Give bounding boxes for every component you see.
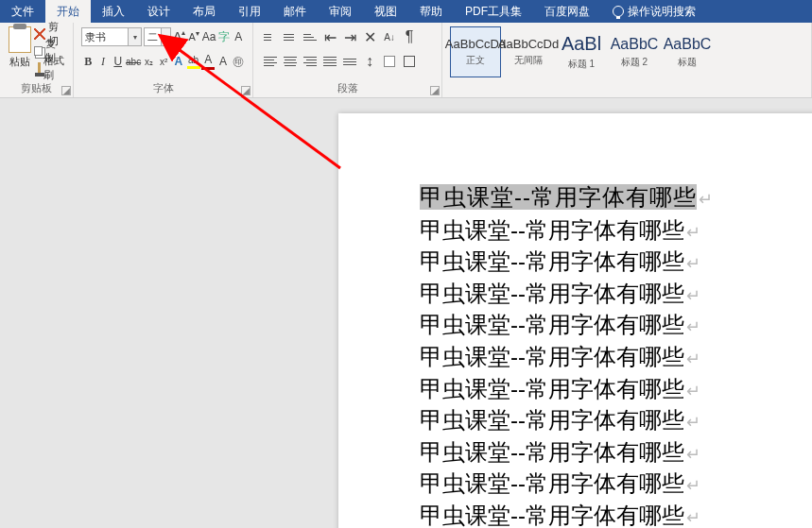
tab-design[interactable]: 设计 xyxy=(136,0,181,23)
tab-review[interactable]: 审阅 xyxy=(318,0,363,23)
paste-icon xyxy=(9,26,31,53)
doc-line-2[interactable]: 甲虫课堂--常用字体有哪些↵ xyxy=(420,246,812,278)
multilevel-button[interactable] xyxy=(301,27,320,46)
style-item-0[interactable]: AaBbCcDd正文 xyxy=(450,26,501,77)
style-item-3[interactable]: AaBbC标题 2 xyxy=(609,26,660,77)
style-name: 标题 2 xyxy=(621,56,648,69)
highlight-button[interactable]: ab xyxy=(186,52,200,71)
paste-label: 粘贴 xyxy=(9,55,30,69)
document-page[interactable]: 甲虫课堂--常用字体有哪些↵甲虫课堂--常用字体有哪些↵甲虫课堂--常用字体有哪… xyxy=(338,113,812,528)
tab-help[interactable]: 帮助 xyxy=(408,0,454,23)
style-name: 标题 xyxy=(678,56,697,69)
sort-button[interactable]: A↓ xyxy=(380,27,399,46)
align-center-button[interactable] xyxy=(281,52,300,71)
doc-line-3[interactable]: 甲虫课堂--常用字体有哪些↵ xyxy=(420,278,812,310)
change-case-button[interactable]: Aa xyxy=(202,27,216,46)
borders-button[interactable] xyxy=(400,52,419,71)
font-name-dropdown-icon[interactable]: ▾ xyxy=(128,28,141,45)
style-item-4[interactable]: AaBbC标题 xyxy=(662,26,713,77)
align-right-button[interactable] xyxy=(301,52,320,71)
strikethrough-button[interactable]: abc xyxy=(126,52,141,71)
decrease-indent-button[interactable]: ⇤ xyxy=(320,27,339,46)
asian-layout-button[interactable]: ✕ xyxy=(360,27,379,46)
numbering-button[interactable] xyxy=(281,27,300,46)
ribbon: 粘贴 剪切 复制 格式刷 剪贴板 ◢ 隶书 xyxy=(0,23,812,98)
doc-line-8[interactable]: 甲虫课堂--常用字体有哪些↵ xyxy=(420,436,812,468)
tab-view[interactable]: 视图 xyxy=(363,0,408,23)
doc-line-10[interactable]: 甲虫课堂--常用字体有哪些↵ xyxy=(420,500,812,528)
workspace: 甲虫课堂--常用字体有哪些↵甲虫课堂--常用字体有哪些↵甲虫课堂--常用字体有哪… xyxy=(0,121,812,528)
font-group-label: 字体 xyxy=(81,79,245,95)
format-painter-button[interactable]: 格式刷 xyxy=(34,60,65,76)
font-name-value: 隶书 xyxy=(85,30,106,44)
tab-layout[interactable]: 布局 xyxy=(181,0,227,23)
style-item-1[interactable]: AaBbCcDd无间隔 xyxy=(503,26,554,77)
font-color-button[interactable]: A xyxy=(201,52,216,71)
doc-line-0[interactable]: 甲虫课堂--常用字体有哪些↵ xyxy=(420,181,812,214)
doc-line-5[interactable]: 甲虫课堂--常用字体有哪些↵ xyxy=(420,341,812,373)
subscript-button[interactable]: x₂ xyxy=(142,52,156,71)
doc-line-9[interactable]: 甲虫课堂--常用字体有哪些↵ xyxy=(420,468,812,500)
tell-me[interactable]: 操作说明搜索 xyxy=(601,0,707,23)
enclose-char-button[interactable]: ㊞ xyxy=(231,52,245,71)
group-font: 隶书 ▾ 二 ▾ A▴ A▾ Aa 字 A B I U abc x₂ x² A … xyxy=(74,23,253,97)
style-preview: AaBbCcDd xyxy=(445,37,506,51)
cut-icon xyxy=(34,28,45,40)
paragraph-mark-icon: ↵ xyxy=(686,254,700,273)
superscript-button[interactable]: x² xyxy=(157,52,171,71)
doc-line-7[interactable]: 甲虫课堂--常用字体有哪些↵ xyxy=(420,404,812,436)
ribbon-tabs: 文件 开始 插入 设计 布局 引用 邮件 审阅 视图 帮助 PDF工具集 百度网… xyxy=(0,0,812,23)
phonetic-guide-button[interactable]: 字 xyxy=(217,27,230,46)
align-left-button[interactable] xyxy=(261,52,280,71)
line-spacing-button[interactable]: ↕ xyxy=(360,52,379,71)
group-paragraph: ⇤ ⇥ ✕ A↓ ¶ ↕ 段落 ◢ xyxy=(253,23,442,97)
style-name: 无间隔 xyxy=(514,54,543,67)
tab-insert[interactable]: 插入 xyxy=(91,0,136,23)
paragraph-group-label: 段落 xyxy=(261,79,434,95)
show-marks-button[interactable]: ¶ xyxy=(400,27,419,46)
underline-button[interactable]: U xyxy=(111,52,125,71)
distributed-button[interactable] xyxy=(340,52,359,71)
grow-font-button[interactable]: A▴ xyxy=(173,27,185,46)
char-border-button[interactable]: A xyxy=(233,27,245,46)
shading-button[interactable] xyxy=(380,52,399,71)
doc-line-6[interactable]: 甲虫课堂--常用字体有哪些↵ xyxy=(420,373,812,405)
style-preview: AaBbCcDd xyxy=(498,37,559,51)
bullets-button[interactable] xyxy=(261,27,280,46)
paragraph-mark-icon: ↵ xyxy=(686,476,700,495)
paragraph-mark-icon: ↵ xyxy=(686,508,700,527)
font-size-combo[interactable]: 二 ▾ xyxy=(144,27,171,46)
tab-baidu[interactable]: 百度网盘 xyxy=(533,0,601,23)
style-name: 标题 1 xyxy=(568,58,595,71)
increase-indent-button[interactable]: ⇥ xyxy=(340,27,359,46)
clipboard-dialog-launcher[interactable]: ◢ xyxy=(61,86,71,95)
font-size-value: 二 xyxy=(147,30,158,44)
italic-button[interactable]: I xyxy=(96,52,111,71)
font-name-combo[interactable]: 隶书 ▾ xyxy=(81,27,142,46)
paragraph-dialog-launcher[interactable]: ◢ xyxy=(430,86,440,95)
style-item-2[interactable]: AaBl标题 1 xyxy=(556,26,607,77)
font-dialog-launcher[interactable]: ◢ xyxy=(241,86,251,95)
tab-pdf[interactable]: PDF工具集 xyxy=(454,0,533,23)
tell-me-label: 操作说明搜索 xyxy=(628,4,696,20)
style-name: 正文 xyxy=(466,54,485,67)
bold-button[interactable]: B xyxy=(81,52,95,71)
paste-button[interactable]: 粘贴 xyxy=(8,26,32,76)
doc-line-4[interactable]: 甲虫课堂--常用字体有哪些↵ xyxy=(420,309,812,341)
shrink-font-button[interactable]: A▾ xyxy=(187,27,199,46)
clipboard-group-label: 剪贴板 xyxy=(8,79,65,95)
justify-button[interactable] xyxy=(320,52,339,71)
tab-mailings[interactable]: 邮件 xyxy=(272,0,318,23)
doc-line-1[interactable]: 甲虫课堂--常用字体有哪些↵ xyxy=(420,214,812,247)
font-size-dropdown-icon[interactable]: ▾ xyxy=(161,28,170,45)
tab-references[interactable]: 引用 xyxy=(227,0,272,23)
tab-file[interactable]: 文件 xyxy=(0,0,45,23)
brush-label: 格式刷 xyxy=(43,54,65,82)
style-preview: AaBl xyxy=(561,33,601,55)
paragraph-mark-icon: ↵ xyxy=(686,413,700,432)
char-shading-button[interactable]: A xyxy=(216,52,231,71)
paragraph-mark-icon: ↵ xyxy=(686,317,700,336)
text-effects-button[interactable]: A xyxy=(172,52,186,71)
paragraph-mark-icon: ↵ xyxy=(699,190,714,209)
paragraph-mark-icon: ↵ xyxy=(686,223,700,242)
